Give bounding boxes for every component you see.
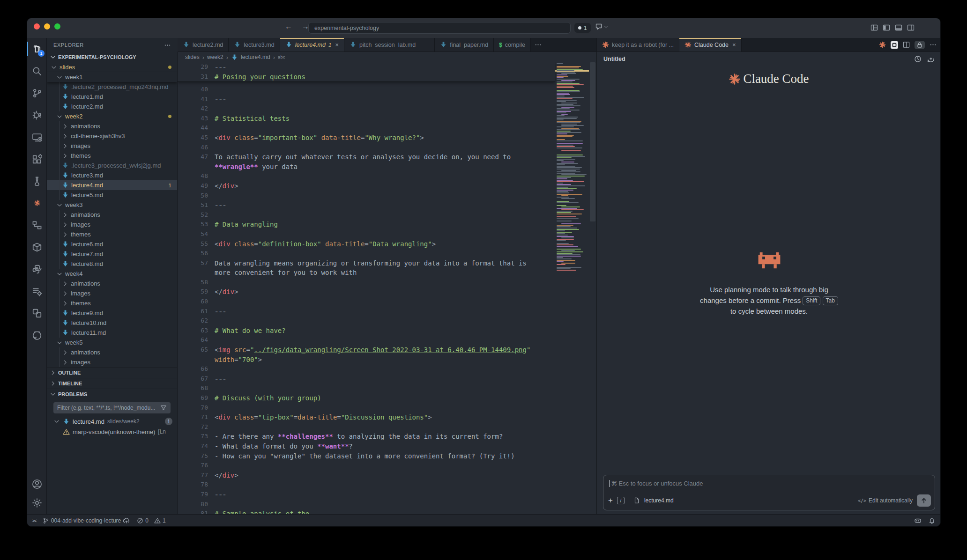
section-outline[interactable]: OUTLINE bbox=[47, 367, 177, 378]
claude-prompt-input[interactable]: ⌘ Esc to focus or unfocus Claude + / lec… bbox=[603, 475, 935, 510]
minimize-window-button[interactable] bbox=[44, 23, 50, 29]
lock-editor-group-button[interactable] bbox=[915, 41, 925, 49]
tree-item-lecture1-md[interactable]: lecture1.md bbox=[47, 92, 177, 102]
tree-item-lecture9-md[interactable]: lecture9.md bbox=[47, 308, 177, 318]
activity-pipeline[interactable] bbox=[27, 214, 47, 236]
code-editor[interactable]: 40 41--- 42 43# Statistical tests 44 45<… bbox=[178, 62, 596, 515]
tree-item-images[interactable]: images bbox=[47, 288, 177, 298]
tree-item-week2[interactable]: week2 bbox=[47, 111, 177, 121]
edit-mode-selector[interactable]: </> Edit automatically bbox=[858, 497, 913, 504]
tree-root[interactable]: EXPERIMENTAL-PSYCHOLOGY bbox=[47, 52, 177, 62]
tree-item-lecture11-md[interactable]: lecture11.md bbox=[47, 328, 177, 338]
breadcrumb-slides[interactable]: slides bbox=[185, 54, 200, 60]
problems-filter-input[interactable]: Filter (e.g. text, **/*.ts, !**/node_mod… bbox=[53, 402, 171, 413]
tree-item-images[interactable]: images bbox=[47, 220, 177, 229]
tab-claude-code[interactable]: Claude Code × bbox=[679, 38, 742, 52]
tree-item-lecture10-md[interactable]: lecture10.md bbox=[47, 318, 177, 328]
toggle-secondary-sidebar-button[interactable] bbox=[907, 24, 915, 31]
tab-lecture4-md[interactable]: lecture4.md 1 × bbox=[280, 38, 344, 52]
slash-commands-button[interactable]: / bbox=[617, 497, 625, 504]
tree-item-week1[interactable]: week1 bbox=[47, 72, 177, 82]
close-tab-icon[interactable]: × bbox=[732, 41, 736, 48]
copilot-status[interactable] bbox=[914, 517, 922, 524]
new-chat-icon[interactable] bbox=[927, 55, 935, 63]
tab-final-paper-md[interactable]: final_paper.md bbox=[435, 38, 494, 52]
tab-lecture3-md[interactable]: lecture3.md bbox=[229, 38, 280, 52]
tree-item-week5[interactable]: week5 bbox=[47, 338, 177, 347]
tree-item-animations[interactable]: animations bbox=[47, 121, 177, 131]
more-actions-button[interactable] bbox=[930, 41, 937, 48]
tree-item-cdl-theme-xjwh3hv3[interactable]: cdl-theme-xjwh3hv3 bbox=[47, 131, 177, 141]
tree-item-themes[interactable]: themes bbox=[47, 151, 177, 161]
close-tab-icon[interactable]: × bbox=[335, 41, 339, 48]
activity-search[interactable] bbox=[27, 60, 47, 82]
tree-item-animations[interactable]: animations bbox=[47, 279, 177, 288]
command-center-search[interactable]: experimental-psychology bbox=[308, 22, 571, 34]
breadcrumb-symbol[interactable]: abc bbox=[278, 55, 285, 59]
tree-item-images[interactable]: images bbox=[47, 357, 177, 367]
activity-container[interactable] bbox=[27, 236, 47, 258]
attached-file-label[interactable]: lecture4.md bbox=[644, 497, 674, 504]
tree-item-lecture2-md[interactable]: lecture2.md bbox=[47, 102, 177, 111]
zoom-window-button[interactable] bbox=[54, 23, 60, 29]
send-button[interactable] bbox=[917, 494, 931, 507]
tab-pitch-session-lab-md[interactable]: pitch_session_lab.md bbox=[344, 38, 435, 52]
activity-python[interactable] bbox=[27, 258, 47, 280]
activity-run-debug[interactable] bbox=[27, 104, 47, 126]
tree-item-animations[interactable]: animations bbox=[47, 210, 177, 220]
tree-item-slides[interactable]: slides bbox=[47, 62, 177, 72]
tree-item-lecture8-md[interactable]: lecture8.md bbox=[47, 259, 177, 269]
problems-status[interactable]: 0 1 bbox=[137, 517, 165, 524]
tree-item-week4[interactable]: week4 bbox=[47, 269, 177, 279]
tree-item-lecture5-md[interactable]: lecture5.md bbox=[47, 190, 177, 200]
tree-item-lecture7-md[interactable]: lecture7.md bbox=[47, 249, 177, 259]
tree-item-lecture2-processed-mqo243nq-md[interactable]: .lecture2_processed_mqo243nq.md bbox=[47, 82, 177, 92]
activity-python-env[interactable] bbox=[27, 302, 47, 324]
tree-item-animations[interactable]: animations bbox=[47, 347, 177, 357]
tree-item-lecture3-md[interactable]: lecture3.md bbox=[47, 170, 177, 180]
notifications-bell[interactable] bbox=[928, 517, 936, 524]
tree-item-themes[interactable]: themes bbox=[47, 229, 177, 239]
chat-menu-button[interactable] bbox=[595, 23, 609, 30]
breadcrumb-lecture4-md[interactable]: lecture4.md bbox=[241, 54, 270, 60]
scrollbar-slider[interactable] bbox=[590, 62, 595, 221]
history-clock-icon[interactable] bbox=[914, 55, 922, 63]
history-back-button[interactable]: ← bbox=[284, 22, 293, 31]
breadcrumb-week2[interactable]: week2 bbox=[207, 54, 223, 60]
activity-settings[interactable] bbox=[27, 494, 47, 512]
editor-scrollbar[interactable] bbox=[589, 62, 596, 515]
tab-keep-it-as-a-robot-for[interactable]: keep it as a robot (for ... bbox=[597, 38, 679, 52]
close-window-button[interactable] bbox=[34, 23, 40, 29]
activity-account[interactable] bbox=[27, 475, 47, 494]
explorer-more-actions-button[interactable] bbox=[164, 42, 171, 49]
remote-indicator[interactable]: >< bbox=[32, 518, 36, 523]
minimap[interactable] bbox=[555, 62, 589, 278]
problem-item-row[interactable]: marp-vscode(unknown-theme)[Ln bbox=[47, 427, 177, 437]
tree-item-lecture6-md[interactable]: lecture6.md bbox=[47, 239, 177, 249]
activity-source-control[interactable] bbox=[27, 82, 47, 104]
tab-lecture2-md[interactable]: lecture2.md bbox=[178, 38, 229, 52]
tree-item-themes[interactable]: themes bbox=[47, 298, 177, 308]
problems-file-row[interactable]: lecture4.mdslides/week2 1 bbox=[47, 416, 177, 427]
tree-item-lecture3-processed-wvlsj2jg-md[interactable]: .lecture3_processed_wvlsj2jg.md bbox=[47, 161, 177, 170]
claude-editor-button[interactable] bbox=[891, 41, 898, 49]
section-problems[interactable]: PROBLEMS bbox=[47, 389, 177, 399]
activity-code-settings[interactable] bbox=[27, 280, 47, 302]
claude-action-button[interactable] bbox=[879, 41, 886, 48]
activity-claude[interactable] bbox=[27, 192, 47, 214]
tree-item-week3[interactable]: week3 bbox=[47, 200, 177, 210]
split-editor-button[interactable] bbox=[903, 41, 910, 48]
activity-testing[interactable] bbox=[27, 170, 47, 192]
toggle-sidebar-button[interactable] bbox=[883, 24, 890, 31]
tree-item-lecture4-md[interactable]: lecture4.md 1 bbox=[47, 180, 177, 190]
section-timeline[interactable]: TIMELINE bbox=[47, 378, 177, 389]
activity-github[interactable] bbox=[27, 324, 47, 346]
more-tabs-button[interactable] bbox=[531, 38, 545, 52]
activity-extensions[interactable] bbox=[27, 148, 47, 170]
attach-plus-button[interactable]: + bbox=[608, 496, 613, 505]
activity-explorer[interactable]: 1 bbox=[27, 38, 47, 60]
tree-item-images[interactable]: images bbox=[47, 141, 177, 151]
activity-remote[interactable] bbox=[27, 126, 47, 148]
git-branch-status[interactable]: 004-add-vibe-coding-lecture bbox=[43, 517, 130, 524]
tab-compile[interactable]: $ compile bbox=[494, 38, 531, 52]
